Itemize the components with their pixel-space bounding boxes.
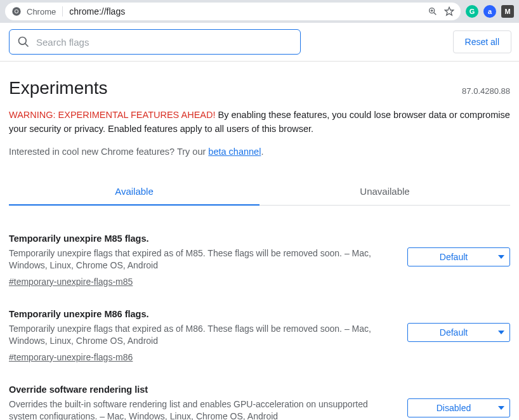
zoom-icon[interactable] <box>428 6 438 16</box>
star-icon[interactable] <box>444 6 454 16</box>
page-title: Experiments <box>9 78 108 98</box>
flag-description: Temporarily unexpire flags that expired … <box>9 247 396 272</box>
flag-item: Temporarily unexpire M86 flags. Temporar… <box>9 287 510 363</box>
beta-channel-link[interactable]: beta channel <box>208 147 261 157</box>
toolbar: Reset all <box>0 23 519 62</box>
flag-description: Temporarily unexpire flags that expired … <box>9 323 396 348</box>
reset-all-button[interactable]: Reset all <box>453 30 511 53</box>
flag-state-select[interactable]: Default <box>407 247 510 266</box>
flag-anchor-link[interactable]: #temporary-unexpire-flags-m85 <box>9 277 133 287</box>
search-icon <box>17 36 30 48</box>
flags-list: Temporarily unexpire M85 flags. Temporar… <box>0 206 519 421</box>
extension-grammarly-icon[interactable]: G <box>466 5 478 18</box>
extension-a-icon[interactable]: a <box>483 5 496 18</box>
search-box[interactable] <box>9 29 301 55</box>
flag-item: Override software rendering list Overrid… <box>9 363 510 420</box>
omnibox[interactable]: Chrome chrome://flags <box>5 3 461 20</box>
interest-prefix: Interested in cool new Chrome features? … <box>9 147 208 157</box>
search-input[interactable] <box>36 37 292 48</box>
warning-label: WARNING: EXPERIMENTAL FEATURES AHEAD! <box>9 110 216 120</box>
svg-line-4 <box>434 13 437 15</box>
omnibox-url: chrome://flags <box>69 6 423 16</box>
interest-text: Interested in cool new Chrome features? … <box>0 136 519 157</box>
flag-title: Override software rendering list <box>9 384 396 395</box>
svg-marker-7 <box>445 7 453 15</box>
address-bar: Chrome chrome://flags G a M <box>0 0 519 23</box>
flag-anchor-link[interactable]: #temporary-unexpire-flags-m86 <box>9 352 133 362</box>
chrome-icon <box>11 6 22 16</box>
flag-item: Temporarily unexpire M85 flags. Temporar… <box>9 212 510 287</box>
tab-unavailable[interactable]: Unavailable <box>260 178 510 206</box>
flag-title: Temporarily unexpire M85 flags. <box>9 233 396 244</box>
warning-text: WARNING: EXPERIMENTAL FEATURES AHEAD! By… <box>0 105 519 136</box>
flag-title: Temporarily unexpire M86 flags. <box>9 309 396 319</box>
extension-m-icon[interactable]: M <box>501 5 514 18</box>
tab-available[interactable]: Available <box>9 178 260 206</box>
omnibox-label: Chrome <box>27 7 56 16</box>
version-label: 87.0.4280.88 <box>462 86 510 96</box>
svg-point-8 <box>19 37 27 45</box>
flag-state-select[interactable]: Disabled <box>407 398 510 417</box>
tabs: Available Unavailable <box>9 178 510 206</box>
svg-point-2 <box>15 10 18 13</box>
interest-suffix: . <box>261 147 263 157</box>
omnibox-divider <box>62 6 63 16</box>
flag-state-select[interactable]: Default <box>407 323 510 342</box>
svg-line-9 <box>25 44 29 47</box>
flag-description: Overrides the built-in software renderin… <box>9 398 396 420</box>
